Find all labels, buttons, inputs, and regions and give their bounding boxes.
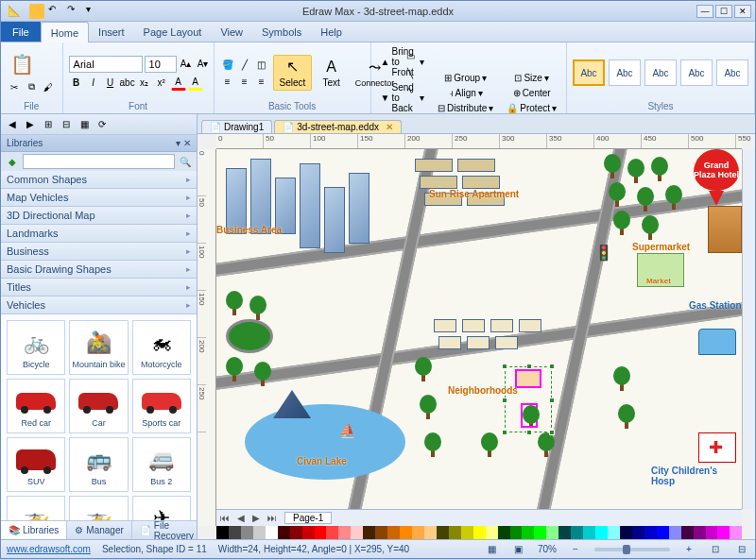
color-swatch[interactable] xyxy=(522,526,534,539)
format-painter-icon[interactable]: 🖌 xyxy=(41,79,56,94)
color-swatch[interactable] xyxy=(730,526,742,539)
color-swatch[interactable] xyxy=(424,526,437,539)
color-swatch[interactable] xyxy=(498,526,510,539)
menu-symbols[interactable]: Symbols xyxy=(252,22,311,42)
align-button[interactable]: ⫞ Align ▾ xyxy=(434,86,497,100)
color-swatch[interactable] xyxy=(632,526,644,539)
sidebar-icon1[interactable]: ⊞ xyxy=(41,117,56,132)
color-swatch[interactable] xyxy=(681,526,694,539)
page-first[interactable]: ⏮ xyxy=(216,513,233,523)
style-2[interactable]: Abc xyxy=(609,59,641,86)
view-full-icon[interactable]: ▣ xyxy=(511,542,526,557)
page-next[interactable]: ▶ xyxy=(249,513,264,523)
style-5[interactable]: Abc xyxy=(716,59,748,86)
color-swatch[interactable] xyxy=(400,526,412,539)
label-market[interactable]: Market xyxy=(646,277,671,285)
center-button[interactable]: ⊕ Center xyxy=(503,86,560,100)
house[interactable] xyxy=(495,336,518,349)
color-swatch[interactable] xyxy=(253,526,266,539)
align-left-icon[interactable]: ≡ xyxy=(220,74,235,89)
tree[interactable] xyxy=(618,404,635,429)
decrease-font-icon[interactable]: A▾ xyxy=(196,57,211,72)
align-right-icon[interactable]: ≡ xyxy=(254,74,269,89)
copy-icon[interactable]: ⧉ xyxy=(24,79,39,94)
tab-file-recovery[interactable]: 📄 File Recovery xyxy=(132,521,202,539)
house[interactable] xyxy=(434,319,456,332)
cat-landmarks[interactable]: Landmarks xyxy=(1,225,197,243)
color-swatch[interactable] xyxy=(351,526,363,539)
scrollbar-vertical[interactable] xyxy=(742,149,755,509)
color-swatch[interactable] xyxy=(534,526,546,539)
color-swatch[interactable] xyxy=(315,526,327,539)
menu-view[interactable]: View xyxy=(211,22,252,42)
protect-button[interactable]: 🔒 Protect ▾ xyxy=(503,101,560,115)
color-swatch[interactable] xyxy=(571,526,583,539)
page-prev[interactable]: ◀ xyxy=(233,513,249,523)
italic-button[interactable]: I xyxy=(86,76,101,91)
tree[interactable] xyxy=(226,291,243,315)
fill-icon[interactable]: 🪣 xyxy=(220,57,235,72)
selection-box[interactable] xyxy=(505,366,552,432)
menu-page-layout[interactable]: Page Layout xyxy=(134,22,212,42)
bring-front-button[interactable]: ▲ Bring to Front ▾ xyxy=(377,44,428,79)
style-4[interactable]: Abc xyxy=(680,59,713,86)
zoom-out-button[interactable]: − xyxy=(568,542,583,557)
building[interactable] xyxy=(250,159,271,234)
tree[interactable] xyxy=(415,357,432,381)
tree[interactable] xyxy=(642,215,659,240)
page-tab-1[interactable]: Page-1 xyxy=(284,512,332,524)
shape-bus-2[interactable]: 🚐Bus 2 xyxy=(132,437,191,492)
color-swatch[interactable] xyxy=(694,526,706,539)
line-icon[interactable]: ╱ xyxy=(237,57,252,72)
color-swatch[interactable] xyxy=(473,526,486,539)
close-button[interactable]: ✕ xyxy=(734,5,751,18)
cat-3d-directional[interactable]: 3D Directional Map xyxy=(1,207,197,225)
color-swatch[interactable] xyxy=(620,526,632,539)
label-sunrise[interactable]: Sun Rise Apartment xyxy=(429,189,519,199)
tree[interactable] xyxy=(481,432,498,457)
text-tool-button[interactable]: A Text xyxy=(316,56,346,91)
tree[interactable] xyxy=(254,362,271,386)
size-button[interactable]: ⊡ Size ▾ xyxy=(503,71,560,85)
tree[interactable] xyxy=(604,154,621,178)
minimize-button[interactable]: — xyxy=(696,5,713,18)
color-swatch[interactable] xyxy=(595,526,608,539)
selected-tree[interactable] xyxy=(521,403,538,428)
shape-airplane[interactable]: ✈Airplane xyxy=(132,496,191,520)
qat-dropdown-icon[interactable]: ▾ xyxy=(86,4,101,19)
align-center-icon[interactable]: ≡ xyxy=(237,74,252,89)
distribute-button[interactable]: ⊟ Distribute ▾ xyxy=(434,101,497,115)
shape-car[interactable]: Car xyxy=(69,379,128,433)
tree[interactable] xyxy=(424,432,441,457)
apartment[interactable] xyxy=(457,159,495,172)
shape-motorcycle[interactable]: 🏍Motorcycle xyxy=(132,320,191,375)
building[interactable] xyxy=(324,187,345,253)
library-search-input[interactable] xyxy=(23,154,175,169)
color-swatch[interactable] xyxy=(669,526,681,539)
color-swatch[interactable] xyxy=(706,526,718,539)
tab-manager[interactable]: ⚙ Manager xyxy=(67,521,131,539)
color-swatch[interactable] xyxy=(486,526,498,539)
doctab-drawing1[interactable]: 📄 Drawing1 xyxy=(201,120,272,133)
status-url[interactable]: www.edrawsoft.com xyxy=(7,544,91,554)
cat-titles[interactable]: Titles xyxy=(1,279,197,296)
color-swatch[interactable] xyxy=(583,526,595,539)
cat-map-vehicles[interactable]: Map Vehicles xyxy=(1,189,197,207)
color-swatch[interactable] xyxy=(338,526,351,539)
qat-undo-icon[interactable]: ↶ xyxy=(48,4,63,19)
color-swatch[interactable] xyxy=(437,526,449,539)
color-swatch[interactable] xyxy=(229,526,241,539)
house[interactable] xyxy=(490,319,513,332)
color-swatch[interactable] xyxy=(449,526,461,539)
label-business[interactable]: Business Area xyxy=(216,225,282,235)
color-swatch[interactable] xyxy=(644,526,657,539)
lib-icon[interactable]: ◆ xyxy=(5,154,20,169)
building[interactable] xyxy=(349,173,369,244)
sidebar-fwd-icon[interactable]: ▶ xyxy=(23,117,38,132)
search-icon[interactable]: 🔍 xyxy=(178,154,193,169)
ruler-horizontal[interactable]: 050100150200250300350400450500550 xyxy=(216,134,742,149)
cat-vehicles[interactable]: Vehicles xyxy=(1,296,197,314)
tree[interactable] xyxy=(609,182,626,207)
label-hospital[interactable]: City Children's Hosp xyxy=(651,466,742,486)
paste-button[interactable]: 📋 xyxy=(7,51,38,77)
